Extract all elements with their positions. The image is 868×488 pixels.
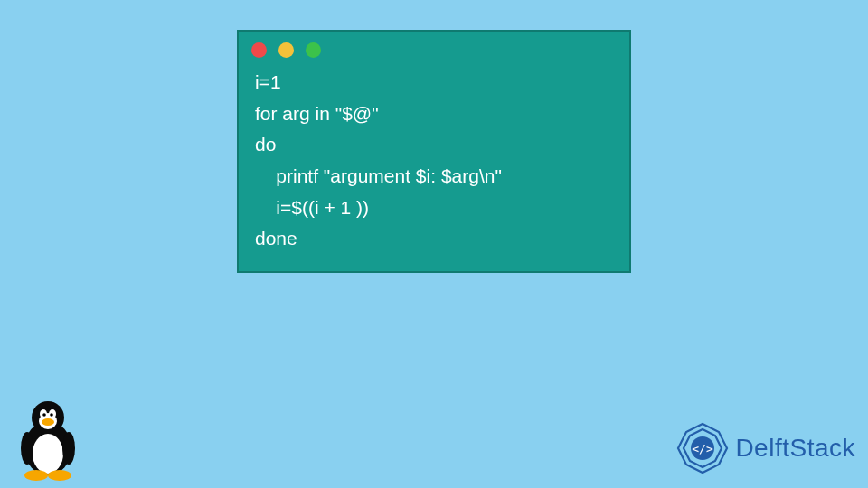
- code-line: done: [255, 228, 297, 249]
- code-line: printf "argument $i: $arg\n": [255, 165, 502, 186]
- svg-point-8: [42, 418, 54, 426]
- delftstack-logo-icon: </>: [675, 421, 730, 475]
- svg-point-10: [48, 470, 71, 481]
- code-line: for arg in "$@": [255, 103, 379, 124]
- svg-point-6: [42, 413, 46, 417]
- maximize-icon: [306, 42, 321, 58]
- svg-point-1: [33, 434, 63, 474]
- code-line: i=$((i + 1 )): [255, 197, 369, 218]
- minimize-icon: [278, 42, 294, 58]
- svg-point-11: [21, 432, 33, 465]
- close-icon: [251, 42, 267, 58]
- brand-name: DelftStack: [735, 434, 855, 463]
- code-line: do: [255, 134, 276, 155]
- svg-point-7: [50, 413, 53, 417]
- svg-point-12: [62, 432, 75, 465]
- delftstack-branding: </> DelftStack: [675, 421, 855, 475]
- svg-point-9: [24, 470, 48, 481]
- window-titlebar: [239, 32, 629, 63]
- tux-icon: [7, 392, 89, 483]
- code-line: i=1: [255, 71, 281, 92]
- code-block: i=1 for arg in "$@" do printf "argument …: [239, 63, 629, 255]
- code-window: i=1 for arg in "$@" do printf "argument …: [237, 30, 631, 273]
- svg-text:</>: </>: [693, 442, 714, 455]
